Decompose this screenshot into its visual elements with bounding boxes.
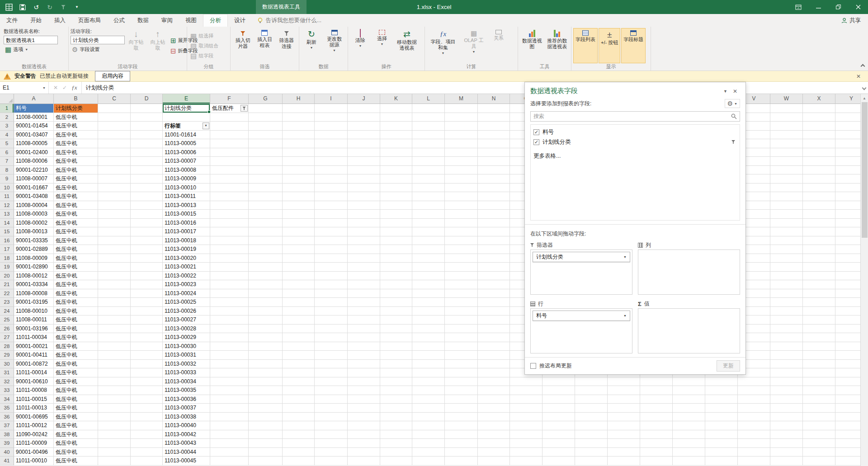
name-box-dropdown-icon[interactable]: ▼ [42, 86, 46, 89]
cell-F34[interactable] [210, 395, 249, 404]
cell-F22[interactable] [210, 289, 249, 298]
cell-D10[interactable] [131, 184, 163, 193]
cell-K17[interactable] [380, 245, 412, 254]
row-header-36[interactable]: 36 [0, 413, 14, 422]
cell-B34[interactable]: 低压中机 [54, 395, 98, 404]
cell-W29[interactable] [770, 351, 803, 360]
cell-V41[interactable] [738, 457, 770, 466]
cell-J12[interactable] [348, 201, 380, 210]
cell-C38[interactable] [98, 430, 131, 439]
cell-D16[interactable] [131, 236, 163, 245]
cell-N30[interactable] [478, 360, 510, 369]
cell-C9[interactable] [98, 174, 131, 184]
cell-E28[interactable]: 11013-00030 [163, 342, 210, 351]
cell-N2[interactable] [478, 113, 510, 122]
cell-L8[interactable] [412, 166, 445, 175]
cell-A32[interactable]: 90001-00610 [14, 377, 54, 386]
cell-B4[interactable]: 低压中机 [54, 131, 98, 140]
cell-R34[interactable] [608, 395, 640, 404]
cell-G26[interactable] [249, 325, 283, 334]
cell-W34[interactable] [770, 395, 803, 404]
cell-G9[interactable] [249, 174, 283, 184]
cell-M33[interactable] [445, 386, 478, 395]
cell-M12[interactable] [445, 201, 478, 210]
cell-H27[interactable] [283, 333, 315, 342]
cell-C4[interactable] [98, 131, 131, 140]
cell-E23[interactable]: 11013-00025 [163, 298, 210, 307]
row-header-13[interactable]: 13 [0, 210, 14, 219]
cell-L28[interactable] [412, 342, 445, 351]
cell-I2[interactable] [315, 113, 348, 122]
cell-I39[interactable] [315, 439, 348, 448]
cell-L9[interactable] [412, 174, 445, 184]
cell-X17[interactable] [803, 245, 835, 254]
cell-U38[interactable] [705, 430, 738, 439]
cell-M38[interactable] [445, 430, 478, 439]
cell-J23[interactable] [348, 298, 380, 307]
cell-F40[interactable] [210, 448, 249, 457]
cell-D14[interactable] [131, 219, 163, 228]
cell-M18[interactable] [445, 254, 478, 263]
cell-D8[interactable] [131, 166, 163, 175]
cell-J22[interactable] [348, 289, 380, 298]
cell-K4[interactable] [380, 131, 412, 140]
cell-H15[interactable] [283, 227, 315, 236]
scrollbar-thumb[interactable] [862, 102, 868, 238]
cell-F1[interactable]: 低压配件 [210, 104, 249, 113]
cell-C36[interactable] [98, 413, 131, 422]
cell-I38[interactable] [315, 430, 348, 439]
cell-W10[interactable] [770, 184, 803, 193]
save-icon[interactable] [18, 3, 27, 12]
cell-U41[interactable] [705, 457, 738, 466]
cell-K5[interactable] [380, 139, 412, 148]
fields-items-sets-button[interactable]: ƒx字段、项目和集▼ [427, 28, 459, 63]
cell-G12[interactable] [249, 201, 283, 210]
cell-C3[interactable] [98, 122, 131, 131]
cell-N34[interactable] [478, 395, 510, 404]
cell-J5[interactable] [348, 139, 380, 148]
cell-J30[interactable] [348, 360, 380, 369]
cell-I23[interactable] [315, 298, 348, 307]
cell-W39[interactable] [770, 439, 803, 448]
cell-L7[interactable] [412, 157, 445, 166]
cell-D26[interactable] [131, 325, 163, 334]
cell-N31[interactable] [478, 368, 510, 377]
cell-D18[interactable] [131, 254, 163, 263]
cell-N1[interactable] [478, 104, 510, 113]
cell-U33[interactable] [705, 386, 738, 395]
cell-V34[interactable] [738, 395, 770, 404]
cell-K40[interactable] [380, 448, 412, 457]
cell-K11[interactable] [380, 192, 412, 201]
zone-values-box[interactable] [638, 308, 740, 353]
cell-M5[interactable] [445, 139, 478, 148]
cell-F39[interactable] [210, 439, 249, 448]
column-header-H[interactable]: H [283, 94, 315, 104]
zone-columns-box[interactable] [638, 249, 740, 295]
cell-M11[interactable] [445, 192, 478, 201]
cell-G35[interactable] [249, 404, 283, 413]
tab-page-layout[interactable]: 页面布局 [72, 14, 107, 27]
cell-L2[interactable] [412, 113, 445, 122]
cell-A7[interactable]: 11008-00006 [14, 157, 54, 166]
cell-G7[interactable] [249, 157, 283, 166]
message-bar-close-icon[interactable]: ✕ [853, 73, 864, 80]
tab-review[interactable]: 审阅 [155, 14, 179, 27]
tab-file[interactable]: 文件 [0, 14, 24, 27]
cell-K31[interactable] [380, 368, 412, 377]
cell-F10[interactable] [210, 184, 249, 193]
cell-H21[interactable] [283, 280, 315, 289]
cell-D3[interactable] [131, 122, 163, 131]
cell-K37[interactable] [380, 421, 412, 430]
cell-K36[interactable] [380, 413, 412, 422]
cell-I7[interactable] [315, 157, 348, 166]
cell-W23[interactable] [770, 298, 803, 307]
cell-Q37[interactable] [575, 421, 608, 430]
cell-I15[interactable] [315, 227, 348, 236]
field-item-part-no[interactable]: ✓料号 [533, 127, 737, 137]
cell-K10[interactable] [380, 184, 412, 193]
vertical-scrollbar[interactable]: ▲ [860, 94, 868, 466]
cell-A3[interactable]: 90001-01454 [14, 122, 54, 131]
cell-X22[interactable] [803, 289, 835, 298]
row-header-26[interactable]: 26 [0, 325, 14, 334]
cell-J6[interactable] [348, 148, 380, 157]
